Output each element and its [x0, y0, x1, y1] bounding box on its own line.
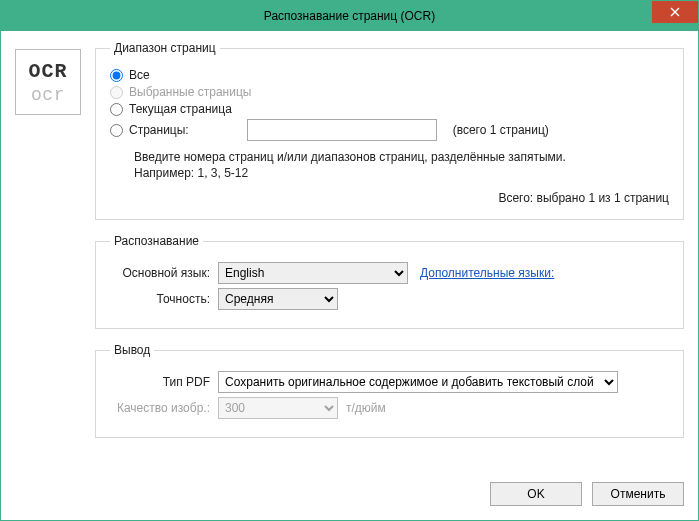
- pdf-type-label: Тип PDF: [110, 375, 218, 389]
- page-range-group: Диапазон страниц Все Выбранные страницы …: [95, 41, 684, 220]
- output-group: Вывод Тип PDF Сохранить оригинальное сод…: [95, 343, 684, 438]
- pages-total-hint: (всего 1 страниц): [453, 123, 549, 137]
- radio-current[interactable]: [110, 103, 123, 116]
- dialog-title: Распознавание страниц (OCR): [1, 9, 698, 23]
- pages-hint: Введите номера страниц и/или диапазонов …: [134, 149, 669, 181]
- ocr-icon: OCR ocr: [15, 49, 81, 115]
- radio-pages[interactable]: [110, 124, 123, 137]
- output-legend: Вывод: [110, 343, 154, 357]
- more-languages-link[interactable]: Дополнительные языки:: [420, 266, 554, 280]
- quality-label: Качество изобр.:: [110, 401, 218, 415]
- ocr-dialog: Распознавание страниц (OCR) OCR ocr Диап…: [0, 0, 699, 521]
- icon-column: OCR ocr: [15, 41, 81, 438]
- pdf-type-select[interactable]: Сохранить оригинальное содержимое и доба…: [218, 371, 618, 393]
- total-selected-label: Всего: выбрано 1 из 1 страниц: [110, 191, 669, 205]
- recognition-group: Распознавание Основной язык: English Доп…: [95, 234, 684, 329]
- language-select[interactable]: English: [218, 262, 408, 284]
- lang-label: Основной язык:: [110, 266, 218, 280]
- page-range-legend: Диапазон страниц: [110, 41, 220, 55]
- titlebar: Распознавание страниц (OCR): [1, 1, 698, 31]
- close-button[interactable]: [652, 1, 698, 23]
- radio-selected: [110, 86, 123, 99]
- ok-button[interactable]: OK: [490, 482, 582, 506]
- accuracy-select[interactable]: Средняя: [218, 288, 338, 310]
- radio-all-label[interactable]: Все: [129, 68, 150, 82]
- accuracy-label: Точность:: [110, 292, 218, 306]
- cancel-button[interactable]: Отменить: [592, 482, 684, 506]
- pages-input[interactable]: [247, 119, 437, 141]
- quality-select: 300: [218, 397, 338, 419]
- quality-unit: т/дюйм: [346, 401, 386, 415]
- dialog-footer: OK Отменить: [15, 474, 684, 506]
- radio-current-label[interactable]: Текущая страница: [129, 102, 232, 116]
- radio-all[interactable]: [110, 69, 123, 82]
- radio-selected-label: Выбранные страницы: [129, 85, 251, 99]
- close-icon: [670, 7, 680, 17]
- dialog-content: OCR ocr Диапазон страниц Все Выбранные с…: [1, 31, 698, 520]
- radio-pages-label[interactable]: Страницы:: [129, 123, 189, 137]
- recognition-legend: Распознавание: [110, 234, 203, 248]
